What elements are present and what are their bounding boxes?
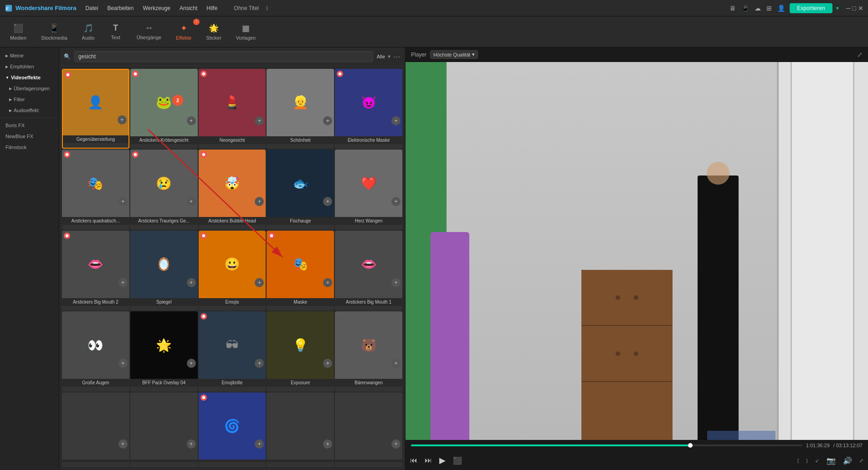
effect-item-arstickers_bigmouth2[interactable]: 👄 + Arstickers Big Mouth 2 [62,231,129,310]
cloud-icon[interactable]: ☁ [754,4,762,13]
sidebar-filmstock-label: Filmstock [5,145,26,150]
effect-thumb-row5_3: 🌀 + [199,393,266,460]
effect-item-exposure[interactable]: 💡 + Exposure [267,311,334,391]
effect-add-btn-maske[interactable]: + [323,278,332,287]
menu-datei[interactable]: Datei [83,4,100,12]
effect-item-arstickers_bubble[interactable]: 🤯 + Arstickers Bubble Head [199,150,266,229]
effect-item-neongesicht[interactable]: 💄 + Neongesicht [199,69,266,149]
tool-sticker[interactable]: 🌟 Sticker [200,21,228,43]
menu-hilfe[interactable]: Hilfe [205,4,219,12]
close-icon[interactable]: ✕ [858,5,863,12]
effect-badge-emojibrille [200,313,207,320]
effect-item-grosse_augen[interactable]: 👀 + Große Augen [62,311,129,391]
effect-item-row5_1[interactable]: + [62,393,129,467]
effect-item-gegenuberstellung[interactable]: 👤 + Gegenüberstellung [62,69,129,149]
effect-item-row5_3[interactable]: 🌀 + [199,393,266,467]
effect-item-row5_5[interactable]: + [335,393,402,467]
audio-button[interactable]: 🔊 [841,455,854,467]
effect-add-btn-arstickers_krotengesicht[interactable]: + [187,116,196,125]
sidebar-item-ueberlagerungen[interactable]: ▶ Überlagerungen [0,83,59,94]
minimize-icon[interactable]: ─ [846,5,851,12]
play-button[interactable]: ▶ [437,454,447,467]
effect-item-arstickers_quadratisch[interactable]: 🎭 + Arstickers quadratisch... [62,150,129,229]
step-back-button[interactable]: ⏭ [423,455,434,466]
effect-item-bff_pack[interactable]: 🌟 + BFF Pack Overlay 04 [130,311,198,391]
effect-item-spiegel[interactable]: 🪞 + Spiegel [130,231,198,310]
effect-item-arstickers_trauriges[interactable]: 😢 + Arstickers Trauriges Ge... [130,150,198,229]
screenshot-button[interactable]: 📷 [825,455,837,467]
insert-button[interactable]: ↙ [813,456,821,465]
tool-medien[interactable]: ⬛ Medien [4,21,33,43]
effect-thumb-img-emojis: 😀 [199,231,266,298]
sidebar-newblue-label: NewBlue FX [5,134,33,139]
effect-item-herz_wangen[interactable]: ❤️ + Herz Wangen [335,150,402,229]
sidebar-item-empfohlen[interactable]: ▶ Empfohlen [0,61,59,72]
effect-add-btn-emojis[interactable]: + [255,278,264,287]
effect-item-emojibrille[interactable]: 🕶 + Emojibrille [199,311,266,391]
progress-bar[interactable] [411,444,802,446]
effect-add-btn-bff_pack[interactable]: + [187,359,196,368]
effect-item-arstickers_bigmouth1[interactable]: 👄 + Arstickers Big Mouth 1 [335,231,402,310]
step-2-badge: 2 [172,95,183,106]
tool-audio[interactable]: 🎵 Audio [76,21,101,43]
effect-thumb-schoenheit: 👱 + [267,69,334,136]
grid-icon[interactable]: ⊞ [765,4,773,13]
effect-add-btn-row5_2[interactable]: + [187,439,196,449]
user-icon[interactable]: 👤 [776,4,786,13]
effect-add-btn-grosse_augen[interactable]: + [118,359,128,368]
effect-add-btn-gegenuberstellung[interactable]: + [118,115,127,124]
menu-werkzeuge[interactable]: Werkzeuge [141,4,172,12]
effect-badge-arstickers_krotengesicht [132,71,139,77]
effect-item-fischauge[interactable]: 🐟 + Fischauge [267,150,334,229]
sidebar-item-meine[interactable]: ▶ Meine [0,50,59,61]
stop-button[interactable]: ⬛ [451,455,464,467]
effect-item-schoenheit[interactable]: 👱 + Schönheit [267,69,334,149]
tool-effekte[interactable]: ✦ Effekte ! [169,21,198,43]
effect-add-btn-schoenheit[interactable]: + [323,116,332,125]
player-expand-icon[interactable]: ⤢ [857,51,863,58]
sidebar-item-filter[interactable]: ▶ Filter [0,94,59,105]
effect-item-row5_2[interactable]: + [130,393,198,467]
effect-item-emojis[interactable]: 😀 + Emojis [199,231,266,310]
sidebar-item-newblue[interactable]: NewBlue FX [0,131,59,142]
effect-add-btn-baerenwangen[interactable]: + [391,359,401,368]
effect-badge-gegenuberstellung [65,72,71,78]
sidebar-item-boris[interactable]: Boris FX [0,120,59,131]
export-button[interactable]: Exportieren [790,3,832,13]
menu-ansicht[interactable]: Ansicht [178,4,199,12]
effect-add-btn-arstickers_bigmouth1[interactable]: + [391,278,401,287]
effect-item-arstickers_krotengesicht[interactable]: 🐸 + Arstickers Krötengesicht [130,69,198,149]
effect-thumb-gegenuberstellung: 👤 + [63,70,128,135]
sidebar-item-filmstock[interactable]: Filmstock [0,142,59,153]
mark-in-button[interactable]: { [796,456,801,465]
export-dropdown-icon[interactable]: ▾ [836,5,839,11]
mark-out-button[interactable]: } [804,456,810,465]
effect-item-baerenwangen[interactable]: 🐻 + Bärenwangen [335,311,402,391]
effect-add-btn-arstickers_quadratisch[interactable]: + [118,197,128,206]
player-quality-selector[interactable]: Höchste Qualität ▾ [430,50,478,59]
fullscreen-button[interactable]: ⤢ [858,456,865,465]
scene-mat [707,431,776,440]
monitor-icon[interactable]: 🖥 [729,4,737,13]
sidebar-item-videoeffekte[interactable]: ▼ Videoeffekte [0,72,59,83]
effect-add-btn-elektronische_maske[interactable]: + [391,116,401,125]
effect-item-elektronische_maske[interactable]: 😈 + Elektronische Maske [335,69,402,149]
effect-item-row5_4[interactable]: + [267,393,334,467]
tool-stockmedia[interactable]: 📱 Stockmedia [35,21,73,43]
skip-back-button[interactable]: ⏮ [408,455,419,466]
tool-text[interactable]: T Text [103,21,128,43]
sidebar-item-audioeffekt[interactable]: ▶ Audioeffekt [0,105,59,116]
tool-vorlagen[interactable]: ▦ Vorlagen [230,21,262,43]
tool-uebergaenge[interactable]: ↔ Übergänge [130,21,168,43]
effect-thumb-fischauge: 🐟 + [267,150,334,217]
effect-add-btn-spiegel[interactable]: + [187,278,196,287]
effect-add-btn-arstickers_bigmouth2[interactable]: + [118,278,128,287]
search-input[interactable] [74,51,373,62]
effects-more-icon[interactable]: ⋯ [393,52,401,61]
effect-item-maske[interactable]: 🎭 + Maske [267,231,334,310]
mobile-icon[interactable]: 📱 [740,4,750,13]
effect-add-btn-arstickers_trauriges[interactable]: + [187,197,196,206]
maximize-icon[interactable]: □ [853,5,856,12]
filter-dropdown-icon[interactable]: ▾ [388,53,390,60]
menu-bearbeiten[interactable]: Bearbeiten [105,4,135,12]
